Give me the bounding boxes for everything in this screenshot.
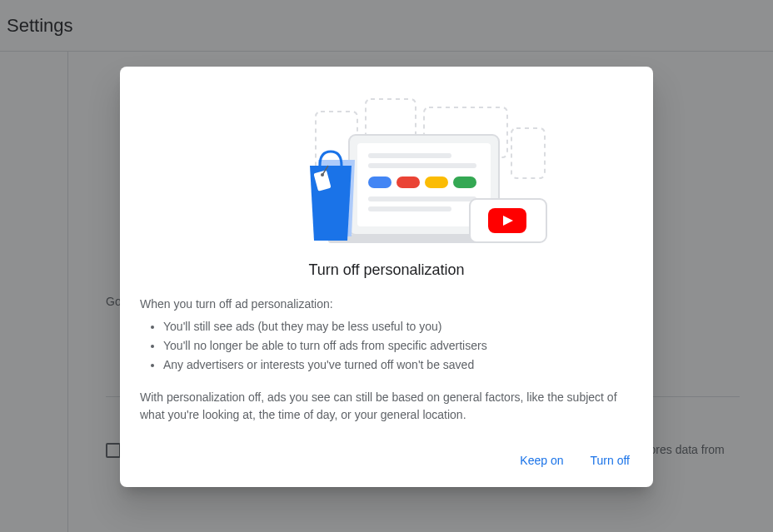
turn-off-button[interactable]: Turn off — [581, 447, 640, 474]
dialog-bullet-item: Any advertisers or interests you've turn… — [163, 356, 633, 374]
keep-on-button[interactable]: Keep on — [510, 447, 573, 474]
dialog-bullet-item: You'll still see ads (but they may be le… — [163, 318, 633, 336]
dialog-body: When you turn off ad personalization: Yo… — [120, 296, 653, 424]
svg-rect-10 — [396, 177, 420, 188]
svg-rect-8 — [368, 163, 476, 168]
dialog-footer-text: With personalization off, ads you see ca… — [140, 389, 633, 424]
svg-rect-11 — [425, 177, 448, 188]
svg-rect-7 — [368, 153, 451, 158]
dialog-bullet-item: You'll no longer be able to turn off ads… — [163, 337, 633, 355]
dialog-bullet-list: You'll still see ads (but they may be le… — [140, 318, 633, 374]
dialog-intro-text: When you turn off ad personalization: — [140, 296, 633, 313]
svg-rect-14 — [368, 206, 451, 211]
svg-rect-3 — [511, 128, 545, 178]
turn-off-personalization-dialog: Turn off personalization When you turn o… — [120, 67, 653, 487]
svg-rect-9 — [368, 177, 391, 188]
svg-rect-12 — [453, 177, 476, 188]
svg-rect-13 — [368, 196, 476, 201]
personalization-illustration-icon — [220, 95, 553, 245]
dialog-illustration — [120, 87, 653, 261]
dialog-title: Turn off personalization — [120, 261, 653, 279]
dialog-actions: Keep on Turn off — [120, 447, 653, 474]
